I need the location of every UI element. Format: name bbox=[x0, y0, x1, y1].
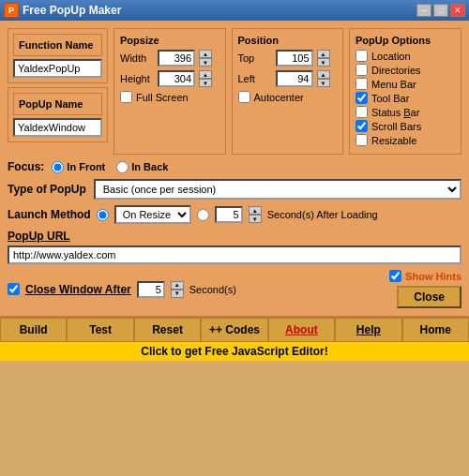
autocenter-label: Autocenter bbox=[254, 92, 304, 103]
option-resizable: Resizable bbox=[356, 134, 455, 146]
top-row: Top ▲ ▼ bbox=[238, 50, 338, 67]
statusbar-checkbox[interactable] bbox=[356, 106, 368, 118]
fullscreen-label: Full Screen bbox=[136, 92, 189, 103]
left-up-btn[interactable]: ▲ bbox=[317, 70, 330, 79]
popup-url-section: PopUp URL bbox=[8, 230, 461, 264]
build-button[interactable]: Build bbox=[0, 318, 67, 342]
position-panel: Position Top ▲ ▼ Left ▲ ▼ bbox=[232, 28, 344, 155]
autocenter-row: Autocenter bbox=[238, 91, 338, 103]
option-menubar: Menu Bar bbox=[356, 78, 455, 90]
window-title: Free PopUp Maker bbox=[23, 4, 413, 17]
statusbar-label: Status Bar bbox=[371, 107, 419, 118]
seconds-input[interactable] bbox=[215, 206, 243, 223]
main-panel: Function Name PopUp Name Popsize Width ▲… bbox=[0, 21, 469, 316]
function-name-input[interactable] bbox=[13, 59, 102, 78]
height-spinner: ▲ ▼ bbox=[199, 70, 212, 87]
show-hints-label: Show Hints bbox=[405, 271, 461, 282]
in-back-option[interactable]: In Back bbox=[116, 161, 168, 173]
window-controls: ─ □ ✕ bbox=[416, 4, 465, 17]
popup-url-input[interactable] bbox=[8, 245, 461, 264]
close-window-down-btn[interactable]: ▼ bbox=[171, 290, 184, 298]
maximize-button[interactable]: □ bbox=[433, 4, 448, 17]
in-front-radio[interactable] bbox=[52, 161, 64, 173]
help-button[interactable]: Help bbox=[335, 318, 401, 342]
directories-label: Directories bbox=[371, 65, 421, 76]
left-input[interactable] bbox=[276, 70, 313, 87]
autocenter-checkbox[interactable] bbox=[238, 91, 250, 103]
codes-button[interactable]: ++ Codes bbox=[201, 318, 267, 342]
close-window-button[interactable]: ✕ bbox=[450, 4, 465, 17]
resizable-checkbox[interactable] bbox=[356, 134, 368, 146]
height-label: Height bbox=[120, 73, 154, 84]
status-bar[interactable]: Click to get Free JavaScript Editor! bbox=[0, 342, 469, 361]
minimize-button[interactable]: ─ bbox=[416, 4, 431, 17]
popup-name-input[interactable] bbox=[13, 118, 102, 137]
in-back-radio[interactable] bbox=[116, 161, 129, 173]
top-up-btn[interactable]: ▲ bbox=[317, 50, 330, 58]
height-down-btn[interactable]: ▼ bbox=[199, 79, 212, 87]
height-up-btn[interactable]: ▲ bbox=[199, 70, 212, 79]
close-window-spinner: ▲ ▼ bbox=[171, 281, 184, 298]
width-label: Width bbox=[120, 52, 154, 64]
toolbar: Build Test Reset ++ Codes About Help Hom… bbox=[0, 316, 469, 342]
height-input[interactable] bbox=[158, 70, 195, 87]
seconds-option[interactable] bbox=[197, 209, 209, 221]
fullscreen-checkbox[interactable] bbox=[120, 91, 132, 103]
left-row: Left ▲ ▼ bbox=[238, 70, 338, 87]
test-button[interactable]: Test bbox=[67, 318, 133, 342]
in-front-label: In Front bbox=[67, 161, 105, 172]
menubar-checkbox[interactable] bbox=[356, 78, 368, 90]
close-button[interactable]: Close bbox=[397, 286, 461, 308]
type-of-popup-label: Type of PopUp bbox=[8, 183, 86, 196]
popup-options-label: PopUp Options bbox=[356, 35, 455, 46]
close-window-row: Close Window After ▲ ▼ Second(s) bbox=[8, 281, 236, 298]
top-label: Top bbox=[238, 52, 272, 64]
menubar-label: Menu Bar bbox=[371, 79, 416, 90]
close-window-checkbox[interactable] bbox=[8, 283, 20, 295]
show-hints-checkbox[interactable] bbox=[389, 270, 401, 282]
width-down-btn[interactable]: ▼ bbox=[199, 58, 212, 67]
on-resize-option[interactable] bbox=[97, 209, 109, 221]
directories-checkbox[interactable] bbox=[356, 64, 368, 76]
type-of-popup-row: Type of PopUp Basic (once per session) B… bbox=[8, 179, 461, 200]
option-toolbar: Tool Bar bbox=[356, 92, 455, 104]
reset-button[interactable]: Reset bbox=[134, 318, 201, 342]
seconds-up-btn[interactable]: ▲ bbox=[249, 206, 262, 215]
location-label: Location bbox=[371, 51, 411, 62]
close-window-seconds-input[interactable] bbox=[137, 281, 165, 298]
top-input[interactable] bbox=[276, 50, 313, 67]
option-scrollbars: Scroll Bars bbox=[356, 120, 455, 132]
left-down-btn[interactable]: ▼ bbox=[317, 79, 330, 87]
in-back-label: In Back bbox=[131, 161, 168, 172]
popsize-label: Popsize bbox=[120, 35, 219, 46]
type-of-popup-select[interactable]: Basic (once per session) Basic (always) … bbox=[94, 179, 461, 200]
location-checkbox[interactable] bbox=[356, 50, 368, 62]
close-window-up-btn[interactable]: ▲ bbox=[171, 281, 184, 290]
toolbar-checkbox[interactable] bbox=[356, 92, 368, 104]
width-input[interactable] bbox=[158, 50, 195, 67]
focus-label: Focus: bbox=[8, 160, 44, 173]
in-front-option[interactable]: In Front bbox=[52, 161, 105, 173]
toolbar-option-label: Tool Bar bbox=[371, 93, 409, 104]
top-down-btn[interactable]: ▼ bbox=[317, 58, 330, 67]
main-content: Function Name PopUp Name Popsize Width ▲… bbox=[0, 21, 469, 361]
popup-options-panel: PopUp Options Location Directories Menu … bbox=[349, 28, 461, 155]
option-directories: Directories bbox=[356, 64, 455, 76]
function-popup-col: Function Name PopUp Name bbox=[8, 28, 108, 155]
seconds-spinner: ▲ ▼ bbox=[249, 206, 262, 223]
seconds-down-btn[interactable]: ▼ bbox=[249, 215, 262, 223]
launch-method-select[interactable]: On Resize On Load On Click bbox=[114, 205, 191, 224]
app-icon: P bbox=[4, 3, 19, 18]
on-resize-radio[interactable] bbox=[97, 209, 109, 221]
about-button[interactable]: About bbox=[268, 318, 335, 342]
seconds-radio[interactable] bbox=[197, 209, 209, 221]
seconds-label: Second(s) bbox=[189, 284, 236, 295]
resizable-label: Resizable bbox=[371, 135, 416, 146]
option-statusbar: Status Bar bbox=[356, 106, 455, 118]
scrollbars-checkbox[interactable] bbox=[356, 120, 368, 132]
top-section: Function Name PopUp Name Popsize Width ▲… bbox=[8, 28, 461, 155]
launch-method-label: Launch Method bbox=[8, 208, 91, 221]
popup-name-panel: PopUp Name bbox=[8, 87, 108, 142]
width-up-btn[interactable]: ▲ bbox=[199, 50, 212, 58]
home-button[interactable]: Home bbox=[402, 318, 469, 342]
